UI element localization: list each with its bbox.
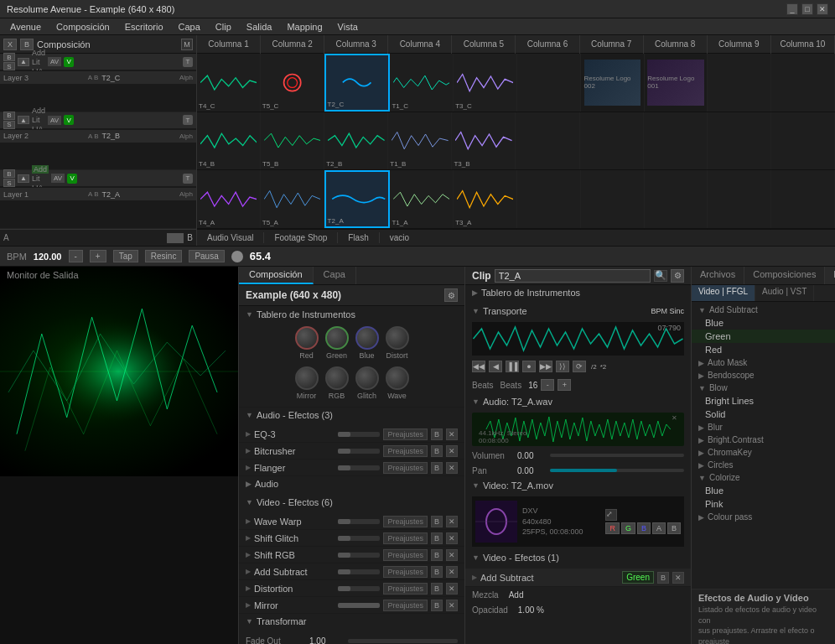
effect-shiftglitch-b[interactable]: B (431, 532, 443, 544)
effect-flanger-b[interactable]: B (431, 462, 443, 474)
transport-loop-btn[interactable]: ⟳ (573, 361, 586, 372)
effect-wavewarp-preset[interactable]: Preajustes (383, 516, 428, 527)
effect-flanger[interactable]: ▶ Flanger Preajustes B ✕ (239, 460, 464, 476)
layer-3-add[interactable]: Add (32, 49, 45, 57)
effect-bitcrusher-preset[interactable]: Preajustes (383, 445, 428, 457)
clip-l1-1[interactable]: T4_A (197, 170, 261, 228)
effect-shiftglitch-x[interactable]: ✕ (446, 532, 458, 544)
effect-colorize-blue[interactable]: Blue (692, 484, 835, 497)
knob-glitch-control[interactable] (355, 366, 379, 390)
transport-back-btn[interactable]: ◀◀ (472, 361, 485, 372)
effect-flanger-x[interactable]: ✕ (446, 462, 458, 474)
knob-wave-control[interactable] (386, 366, 409, 390)
effect-bitcrusher-x[interactable]: ✕ (446, 445, 458, 457)
clip-l1-6[interactable] (517, 170, 581, 228)
bpm-value[interactable]: 120.00 (34, 252, 62, 262)
category-blow[interactable]: ▼ Blow (692, 382, 835, 394)
minimize-btn[interactable]: _ (786, 3, 798, 15)
clip-as-b-btn[interactable]: B (657, 572, 669, 584)
clip-name-input[interactable] (495, 269, 651, 283)
clip-l3-4[interactable]: T1_C (390, 54, 454, 112)
layer-2-s-btn[interactable]: S (3, 121, 15, 129)
rgb-a-btn[interactable]: A (652, 522, 666, 534)
effect-addsubtract-preset[interactable]: Preajustes (383, 566, 428, 578)
x-button[interactable]: X (3, 39, 17, 50)
effect-as-green[interactable]: Green (692, 330, 835, 343)
effect-mirror-b[interactable]: B (431, 600, 443, 611)
layer-3-arrow[interactable]: ▲ (18, 58, 29, 66)
subtab-video-ffgl[interactable]: Video | FFGL (692, 285, 755, 301)
effect-mirror-preset[interactable]: Preajustes (383, 600, 428, 611)
effect-shiftrgb[interactable]: ▶ Shift RGB Preajustes B ✕ (239, 547, 464, 564)
clip-l3-5[interactable]: T3_C (454, 54, 517, 112)
clip-l3-8[interactable]: Resolume Logo 001 (645, 54, 708, 112)
effect-distortion-x[interactable]: ✕ (446, 583, 458, 595)
clip-l2-8[interactable] (644, 112, 708, 170)
transformar-header[interactable]: ▼ Transformar (239, 614, 464, 629)
effect-bitcrusher[interactable]: ▶ Bitcrusher Preajustes B ✕ (239, 443, 464, 460)
transport-play-btn[interactable]: ▐▐ (506, 361, 519, 372)
menu-capa[interactable]: Capa (172, 21, 207, 33)
clip-gear-btn[interactable]: ⚙ (671, 269, 684, 283)
effect-shiftrgb-x[interactable]: ✕ (446, 549, 458, 561)
category-colorize[interactable]: ▼ Colorize (692, 471, 835, 484)
clip-l2-7[interactable] (580, 112, 644, 170)
tab-capa[interactable]: Capa (314, 267, 356, 284)
category-circles[interactable]: ▶ Circles (692, 459, 835, 471)
video-effects-header[interactable]: ▼ Video - Efectos (6) (239, 495, 464, 510)
layer-3-s-btn[interactable]: S (3, 62, 15, 70)
clip-l1-3[interactable]: T2_A (324, 170, 391, 228)
col-10[interactable]: Columna 10 (771, 35, 835, 54)
effect-mirror-x[interactable]: ✕ (446, 600, 458, 611)
layer-1-s-btn[interactable]: S (3, 179, 15, 187)
clip-l1-4[interactable]: T1_A (390, 170, 454, 228)
transport-mul-btn[interactable]: *2 (600, 363, 607, 371)
clip-l2-5[interactable]: T3_B (452, 112, 516, 170)
col-8[interactable]: Columna 8 (644, 35, 708, 54)
effect-shiftrgb-b[interactable]: B (431, 549, 443, 561)
clip-l2-6[interactable] (516, 112, 579, 170)
rgb-b2-btn[interactable]: B (667, 522, 681, 534)
clip-l3-1[interactable]: T4_C (197, 54, 261, 112)
effect-as-red[interactable]: Red (692, 343, 835, 356)
m-button[interactable]: M (181, 39, 193, 50)
clip-tablero-header[interactable]: ▶ Tablero de Instrumentos (465, 285, 691, 300)
tablero-header[interactable]: ▼ Tablero de Instrumentos (246, 309, 458, 319)
clip-l2-1[interactable]: T4_B (197, 112, 261, 170)
effect-eq3[interactable]: ▶ EQ-3 Preajustes B ✕ (239, 426, 464, 443)
clip-l1-7[interactable] (581, 170, 645, 228)
category-bendoscope[interactable]: ▶ Bendoscope (692, 369, 835, 382)
effect-as-blue[interactable]: Blue (692, 316, 835, 330)
layer-1-arrow[interactable]: ▲ (18, 174, 29, 183)
clip-l2-3[interactable]: T2_B (324, 112, 388, 170)
effect-distortion-preset[interactable]: Preajustes (383, 583, 428, 595)
subtab-audio-vst[interactable]: Audio | VST (755, 285, 814, 301)
clip-as-x-btn[interactable]: ✕ (672, 572, 684, 584)
beats-value[interactable]: 16 (528, 381, 537, 390)
clip-l1-10[interactable] (771, 170, 835, 228)
bpm-down-btn[interactable]: - (69, 250, 83, 262)
clip-video-header[interactable]: ▼ Video: T2_A.mov (465, 478, 691, 493)
vol-bar[interactable] (550, 454, 684, 457)
comp-gear-btn[interactable]: ⚙ (444, 288, 458, 302)
tab-composicion[interactable]: Composición (239, 267, 314, 284)
menu-salida[interactable]: Salida (240, 21, 279, 33)
clip-l3-2[interactable]: T5_C (261, 54, 324, 112)
knob-green-control[interactable] (325, 326, 349, 350)
knob-mirror-control[interactable] (295, 366, 319, 390)
tab-flash[interactable]: Flash (338, 232, 379, 243)
effect-blow-brightlines[interactable]: Bright Lines (692, 394, 835, 408)
layer-3-b-btn[interactable]: B (3, 53, 15, 61)
beats-up-btn[interactable]: + (558, 379, 571, 391)
effect-distortion-b[interactable]: B (431, 583, 443, 595)
transport-end-btn[interactable]: ⟩⟩ (556, 361, 569, 372)
audio-effects-header[interactable]: ▼ Audio - Efectos (3) (239, 408, 464, 423)
category-colour-pass[interactable]: ▶ Colour pass (692, 511, 835, 523)
beats-down-btn[interactable]: - (541, 379, 554, 391)
clip-l1-8[interactable] (645, 170, 708, 228)
resinc-btn[interactable]: Resinc (145, 250, 183, 262)
tab-vacio[interactable]: vacio (380, 232, 419, 243)
clip-l3-7[interactable]: Resolume Logo 002 (581, 54, 645, 112)
col-2[interactable]: Columna 2 (261, 35, 324, 54)
col-1[interactable]: Columna 1 (197, 35, 261, 54)
